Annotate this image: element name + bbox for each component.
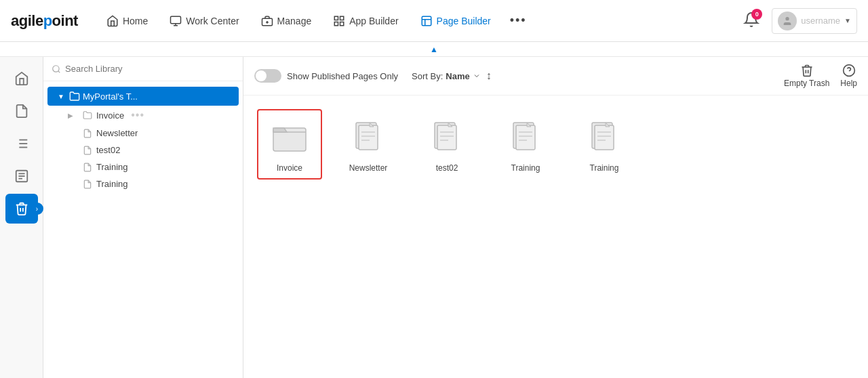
grid-item-invoice-label: Invoice (277, 163, 302, 173)
user-icon (782, 16, 793, 26)
nav-item-workcenter-label: Work Center (186, 16, 239, 26)
content-area: Show Published Pages Only Sort By: Name … (243, 57, 868, 378)
sidebar-item-form[interactable] (5, 161, 38, 191)
child-folder-icon (83, 110, 92, 120)
training1-page-icon (504, 116, 547, 159)
child-page-icon3 (83, 163, 92, 172)
tree-child-invoice[interactable]: ▶ Invoice ••• (60, 106, 243, 125)
page-svg4 (585, 119, 623, 156)
main-nav: Home Work Center Manage App Builder Page… (97, 8, 739, 33)
svg-rect-0 (171, 16, 181, 24)
svg-line-23 (58, 70, 60, 72)
sort-dropdown[interactable]: Name (446, 71, 480, 81)
monitor-icon (170, 15, 182, 27)
tree-root-row[interactable]: ▼ MyPortal's T... (47, 87, 239, 106)
search-icon (52, 64, 61, 74)
user-menu-button[interactable]: username ▼ (772, 8, 857, 34)
nav-item-workcenter[interactable]: Work Center (160, 9, 248, 33)
grid-item-training2-label: Training (590, 163, 619, 173)
help-label: Help (840, 79, 857, 88)
page-svg3 (507, 119, 545, 156)
tree-node-root: ▼ MyPortal's T... ▶ Invoice ••• (43, 87, 243, 192)
top-nav: agilepoint Home Work Center Manage App B… (0, 0, 868, 42)
tree-child-newsletter[interactable]: Newsletter (60, 125, 243, 142)
nav-item-pagebuilder[interactable]: Page Builder (411, 9, 500, 33)
svg-rect-33 (437, 125, 456, 150)
svg-point-11 (786, 17, 789, 20)
briefcase-icon (261, 15, 273, 27)
tree-child-invoice-label: Invoice (96, 110, 124, 121)
main-layout: › ▼ MyPortal's T... ▶ Invoi (0, 57, 868, 378)
toolbar: Show Published Pages Only Sort By: Name … (243, 57, 868, 96)
page-svg (349, 119, 387, 156)
home-sidebar-icon (14, 71, 29, 86)
grid-item-training1[interactable]: Training (493, 109, 558, 180)
toggle-label: Show Published Pages Only (287, 71, 398, 81)
icon-sidebar: › (0, 57, 43, 378)
list-sidebar-icon (14, 136, 29, 151)
tree-child-newsletter-label: Newsletter (96, 128, 138, 138)
training2-page-icon (583, 116, 626, 159)
svg-rect-28 (359, 125, 378, 150)
tree-children: ▶ Invoice ••• Newsletter test02 (43, 106, 243, 192)
folder-icon (69, 91, 80, 102)
search-box (43, 57, 243, 81)
sort-wrap: Sort By: Name ↕ (412, 70, 492, 82)
logo-text: agilepoint (11, 12, 78, 30)
folder-svg (271, 119, 309, 156)
grid-item-newsletter[interactable]: Newsletter (336, 109, 401, 180)
grid-area: Invoice Newsletter (243, 96, 868, 378)
avatar (778, 12, 797, 30)
notification-badge: 0 (751, 9, 762, 20)
nav-right: 0 username ▼ (739, 7, 857, 34)
child-page-icon2 (83, 146, 92, 155)
tree-panel: ▼ MyPortal's T... ▶ Invoice ••• (43, 57, 243, 378)
tree-child-training2-label: Training (96, 179, 127, 189)
child-expand-icon: ▶ (68, 112, 79, 119)
help-button[interactable]: Help (840, 64, 857, 88)
published-pages-toggle[interactable] (254, 69, 281, 83)
grid-item-invoice[interactable]: Invoice (257, 109, 322, 180)
sort-value: Name (446, 71, 469, 81)
sort-chevron-icon (473, 72, 481, 80)
sidebar-item-trash[interactable]: › (5, 194, 38, 224)
nav-item-manage[interactable]: Manage (252, 9, 321, 33)
grid-item-test02[interactable]: test02 (414, 109, 479, 180)
nav-item-home[interactable]: Home (97, 9, 157, 33)
sidebar-item-home[interactable] (5, 64, 38, 93)
collapse-nav-button[interactable]: ▲ (430, 45, 438, 54)
sidebar-expand-arrow[interactable]: › (31, 203, 43, 215)
tree-root-label: MyPortal's T... (83, 91, 231, 102)
nav-more-button[interactable]: ••• (503, 8, 534, 33)
document-sidebar-icon (14, 104, 29, 119)
tree-child-training1[interactable]: Training (60, 159, 243, 175)
svg-point-22 (53, 65, 59, 71)
sidebar-item-document[interactable] (5, 96, 38, 126)
search-input[interactable] (65, 64, 235, 74)
tree-child-test02[interactable]: test02 (60, 142, 243, 159)
svg-rect-8 (334, 22, 338, 25)
grid-item-training1-label: Training (511, 163, 540, 173)
invoice-more-button[interactable]: ••• (131, 109, 144, 121)
help-icon (842, 64, 856, 77)
sort-prefix: Sort By: (412, 71, 443, 81)
test02-page-icon (425, 116, 469, 159)
toggle-wrap: Show Published Pages Only (254, 69, 398, 83)
sidebar-item-list[interactable] (5, 129, 38, 159)
child-page-icon (83, 129, 92, 138)
svg-rect-6 (334, 16, 338, 20)
sort-az-button[interactable]: ↕ (486, 70, 492, 82)
notification-button[interactable]: 0 (739, 7, 764, 34)
logo: agilepoint (11, 12, 78, 30)
invoice-folder-icon (268, 116, 311, 159)
svg-rect-7 (340, 16, 344, 20)
tree-child-training2[interactable]: Training (60, 175, 243, 192)
tree-child-training1-label: Training (96, 162, 127, 172)
svg-rect-9 (340, 22, 344, 25)
grid-item-training2[interactable]: Training (572, 109, 637, 180)
empty-trash-button[interactable]: Empty Trash (784, 64, 829, 88)
toggle-knob (256, 70, 267, 81)
grid-icon (333, 15, 345, 27)
trash-sidebar-icon (14, 201, 29, 216)
nav-item-appbuilder[interactable]: App Builder (323, 9, 408, 33)
